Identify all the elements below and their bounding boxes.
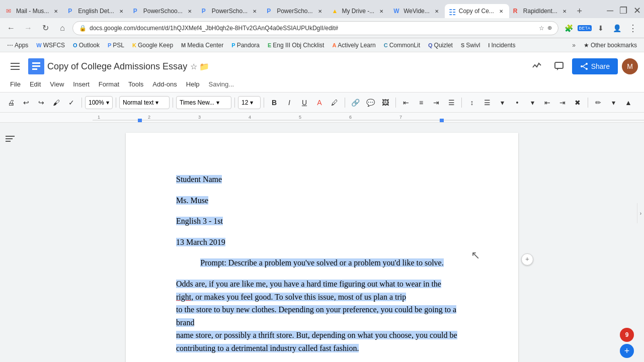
highlight-btn[interactable]: 🖊: [328, 96, 342, 110]
ordered-list-btn[interactable]: ☰: [480, 96, 494, 110]
tab-rapidident[interactable]: R RapidIdent... ✕: [509, 4, 573, 18]
link-btn[interactable]: 🔗: [348, 96, 362, 110]
right-panel-expand-btn[interactable]: ›: [637, 203, 644, 223]
unordered-list-btn[interactable]: •: [510, 96, 524, 110]
bookmark-star-icon[interactable]: ☆: [539, 25, 544, 32]
bookmarks-more-button[interactable]: »: [569, 41, 579, 50]
tab-mydrive[interactable]: ▲ My Drive -... ✕: [328, 4, 390, 18]
tab-powerschool1[interactable]: P PowerSchoo... ✕: [129, 4, 198, 18]
tab-powerschool3[interactable]: P PowerScho... ✕: [263, 4, 328, 18]
comment-inline-btn[interactable]: 💬: [363, 96, 377, 110]
profile-icon[interactable]: 👤: [610, 21, 624, 35]
ordered-list-dropdown[interactable]: ▾: [495, 96, 509, 110]
bookmark-actively-learn[interactable]: A Actively Learn: [329, 41, 378, 50]
bookmark-media-center[interactable]: M Media Center: [178, 41, 226, 50]
menu-insert[interactable]: Insert: [69, 78, 94, 90]
underline-btn[interactable]: U: [297, 96, 311, 110]
style-selector[interactable]: Normal text ▾: [119, 96, 170, 109]
tab-rapidident-close[interactable]: ✕: [560, 7, 569, 15]
redo-btn[interactable]: ↪: [34, 96, 48, 110]
tab-ps2-close[interactable]: ✕: [251, 7, 259, 15]
menu-addons[interactable]: Add-ons: [148, 78, 181, 90]
collapse-toolbar-btn[interactable]: ▲: [621, 96, 635, 110]
line-spacing-btn[interactable]: ↕: [465, 96, 479, 110]
bookmark-pandora[interactable]: P Pandora: [228, 41, 263, 50]
tab-search-icon[interactable]: ⊕: [547, 25, 552, 31]
increase-indent-btn[interactable]: ⇥: [555, 96, 570, 110]
undo-btn[interactable]: ↩: [19, 96, 33, 110]
unordered-list-dropdown[interactable]: ▾: [525, 96, 539, 110]
zoom-selector[interactable]: 100% ▾: [85, 96, 113, 109]
tab-wevideo[interactable]: W WeVide... ✕: [389, 4, 445, 18]
restore-button[interactable]: ❐: [616, 5, 630, 16]
star-bookmark-icon[interactable]: ☆: [190, 62, 197, 71]
tab-ps3-close[interactable]: ✕: [316, 7, 324, 15]
extensions-icon[interactable]: 🧩: [561, 21, 576, 35]
bookmark-eng-obj[interactable]: E Eng III Obj Chcklist: [265, 41, 327, 50]
docs-page-area[interactable]: Student Name Ms. Muse English 3 - 1st 13…: [20, 123, 624, 362]
ai-assist-button[interactable]: +: [620, 344, 634, 358]
user-avatar[interactable]: M: [622, 58, 638, 74]
editing-dropdown[interactable]: ▾: [606, 96, 620, 110]
tab-mail-close[interactable]: ✕: [52, 7, 60, 15]
address-box[interactable]: 🔒 docs.google.com/document/d/1hQJXMef4_J…: [72, 21, 558, 35]
bookmark-commonlit[interactable]: C CommonLit: [381, 41, 423, 50]
bookmark-incidents[interactable]: I Incidents: [485, 41, 518, 50]
plus-action-button[interactable]: +: [521, 253, 533, 265]
decrease-indent-btn[interactable]: ⇤: [540, 96, 554, 110]
clear-format-btn[interactable]: ✖: [571, 96, 585, 110]
size-selector[interactable]: 12 ▾: [238, 96, 261, 109]
tab-copyofc-close[interactable]: ✕: [497, 7, 505, 15]
close-button[interactable]: ✕: [630, 5, 644, 16]
bookmark-quizlet[interactable]: Q Quizlet: [425, 41, 456, 50]
docs-page[interactable]: Student Name Ms. Muse English 3 - 1st 13…: [126, 133, 518, 362]
tab-mydrive-close[interactable]: ✕: [377, 7, 385, 15]
new-tab-button[interactable]: +: [573, 4, 587, 18]
menu-file[interactable]: File: [6, 78, 25, 90]
notification-badge[interactable]: 9: [620, 328, 634, 342]
forward-button[interactable]: →: [21, 21, 35, 35]
home-button[interactable]: ⌂: [55, 21, 69, 35]
menu-format[interactable]: Format: [95, 78, 123, 90]
tab-english[interactable]: P English Det... ✕: [64, 4, 129, 18]
menu-help[interactable]: Help: [182, 78, 204, 90]
align-left-btn[interactable]: ⇤: [399, 96, 413, 110]
tab-mail[interactable]: ✉ Mail - Mus... ✕: [2, 4, 64, 18]
docs-hamburger-icon[interactable]: [6, 57, 24, 75]
tab-english-close[interactable]: ✕: [117, 7, 125, 15]
font-selector[interactable]: Times New... ▾: [176, 96, 231, 109]
align-right-btn[interactable]: ⇥: [429, 96, 443, 110]
bookmark-psl[interactable]: P PSL: [105, 41, 127, 50]
tab-ps1-close[interactable]: ✕: [186, 7, 194, 15]
downloads-icon[interactable]: ⬇: [594, 21, 608, 35]
tab-wevideo-close[interactable]: ✕: [433, 7, 441, 15]
print-preview-btn[interactable]: 🖨: [4, 96, 18, 110]
align-center-btn[interactable]: ≡: [414, 96, 428, 110]
bookmark-apps[interactable]: ⋯ Apps: [4, 41, 31, 50]
editing-mode-btn[interactable]: ✏: [591, 96, 605, 110]
menu-dots-icon[interactable]: ⋮: [626, 21, 640, 35]
bookmark-wsfcs[interactable]: W WSFCS: [33, 41, 68, 50]
share-button[interactable]: Share: [572, 58, 618, 74]
image-btn[interactable]: 🖼: [378, 96, 392, 110]
spell-check-btn[interactable]: ✓: [64, 96, 78, 110]
bookmark-swivl[interactable]: S Swivl: [458, 41, 483, 50]
bookmark-google-keep[interactable]: K Google Keep: [129, 41, 176, 50]
back-button[interactable]: ←: [4, 21, 18, 35]
justify-btn[interactable]: ☰: [444, 96, 458, 110]
reload-button[interactable]: ↻: [38, 21, 52, 35]
menu-tools[interactable]: Tools: [124, 78, 147, 90]
folder-icon[interactable]: 📁: [199, 62, 209, 71]
menu-view[interactable]: View: [46, 78, 68, 90]
bookmark-other[interactable]: ★ Other bookmarks: [581, 41, 640, 50]
tab-copyofc[interactable]: ☷ Copy of Ce... ✕: [445, 4, 509, 18]
activity-icon[interactable]: [528, 57, 546, 75]
text-color-btn[interactable]: A: [312, 96, 327, 110]
tab-powerschool2[interactable]: P PowerScho... ✕: [198, 4, 263, 18]
paint-format-btn[interactable]: 🖌: [49, 96, 63, 110]
menu-edit[interactable]: Edit: [26, 78, 45, 90]
outline-icon[interactable]: [4, 133, 16, 145]
bold-btn[interactable]: B: [267, 96, 281, 110]
minimize-button[interactable]: ─: [604, 6, 616, 16]
italic-btn[interactable]: I: [282, 96, 296, 110]
